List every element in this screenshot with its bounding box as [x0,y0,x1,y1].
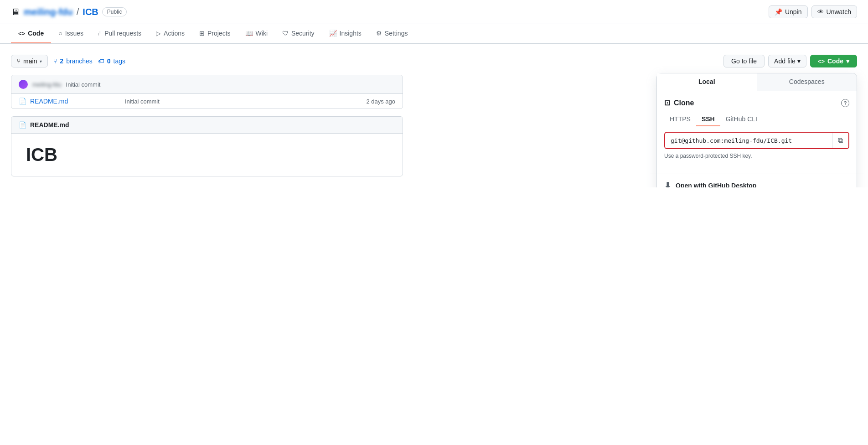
clone-dropdown-tabs: Local Codespaces [657,73,857,91]
tab-issues[interactable]: ○ Issues [51,24,91,43]
visibility-badge: Public [102,7,127,16]
tab-security[interactable]: 🛡 Security [275,24,322,43]
open-desktop-action[interactable]: ⬇ Open with GitHub Desktop [657,174,857,187]
repo-icon: 🖥 [11,7,20,17]
help-icon[interactable]: ? [841,99,849,107]
file-actions: Go to file Add file ▾ <> Code ▾ [723,55,857,67]
tab-pull-requests[interactable]: ⑃ Pull requests [91,24,149,43]
clone-tab-local[interactable]: Local [657,73,757,91]
chevron-down-icon: ▾ [797,57,801,65]
branch-name: main [23,57,37,65]
readme-section: 📄 README.md ICB [11,116,403,176]
readme-body: ICB [11,134,403,176]
clone-hint: Use a password-protected SSH key. [664,153,849,159]
pull-requests-icon: ⑃ [98,30,102,37]
repo-name[interactable]: ICB [83,7,98,17]
go-to-file-button[interactable]: Go to file [723,55,765,67]
repo-title: 🖥 meiling-fdu / ICB Public [11,7,127,17]
clone-sub-tab-ssh[interactable]: SSH [696,113,720,126]
readme-icon: 📄 [19,121,26,129]
pin-icon: 📌 [775,8,782,16]
eye-icon: 👁 [817,8,824,16]
clone-sub-tab-https[interactable]: HTTPS [664,113,696,126]
clone-sub-tabs: HTTPS SSH GitHub CLI [664,113,849,126]
insights-icon: 📈 [329,30,337,37]
git-branch-icon: ⑂ [53,57,57,65]
copy-icon: ⧉ [838,136,843,144]
repo-owner[interactable]: meiling-fdu [24,7,73,17]
repo-separator: / [77,7,79,17]
chevron-down-icon: ▾ [40,59,42,64]
clone-sub-tab-cli[interactable]: GitHub CLI [720,113,763,126]
security-icon: 🛡 [282,30,289,37]
nav-tabs: <> Code ○ Issues ⑃ Pull requests ▷ Actio… [0,24,868,44]
actions-icon: ▷ [156,30,161,37]
tab-actions[interactable]: ▷ Actions [149,24,192,43]
desktop-icon: ⬇ [664,181,671,187]
wiki-icon: 📖 [245,30,253,37]
clone-section-title: ⊡ Clone ? [664,98,849,107]
tab-code[interactable]: <> Code [11,24,51,43]
branch-icon: ⑂ [17,57,21,65]
add-file-button[interactable]: Add file ▾ [768,55,806,67]
file-icon: 📄 [19,98,26,105]
code-icon: <> [818,58,825,65]
file-table: meiling-fdu Initial commit 📄 README.md I… [11,75,403,109]
code-icon: <> [18,30,25,37]
file-time: 2 days ago [366,98,395,105]
branches-link[interactable]: ⑂ 2 branches [53,57,92,65]
tab-projects[interactable]: ⊞ Projects [192,24,238,43]
readme-header: 📄 README.md [11,117,403,134]
clone-dropdown: Local Codespaces ⊡ Clone ? HTTPS SSH Git… [656,73,857,187]
issues-icon: ○ [58,30,62,37]
commit-row: meiling-fdu Initial commit [11,75,403,94]
branch-bar: ⑂ main ▾ ⑂ 2 branches 🏷 0 tags Go to fil… [11,55,857,67]
table-row: 📄 README.md Initial commit 2 days ago [11,94,403,109]
tab-insights[interactable]: 📈 Insights [322,24,369,43]
readme-title: ICB [26,145,388,165]
unpin-button[interactable]: 📌 Unpin [769,5,808,18]
repo-header: 🖥 meiling-fdu / ICB Public 📌 Unpin 👁 Unw… [0,0,868,24]
clone-body: ⊡ Clone ? HTTPS SSH GitHub CLI ⧉ Use a p… [657,91,857,174]
clone-copy-button[interactable]: ⧉ [832,133,848,148]
unwatch-button[interactable]: 👁 Unwatch [811,5,857,18]
readme-filename: README.md [30,121,69,129]
file-commit-msg: Initial commit [125,98,362,105]
tag-icon: 🏷 [98,57,104,65]
avatar [19,80,28,89]
settings-icon: ⚙ [376,30,382,37]
tab-settings[interactable]: ⚙ Settings [369,24,415,43]
commit-message: Initial commit [66,81,101,88]
file-name[interactable]: README.md [30,98,121,105]
terminal-icon: ⊡ [664,98,670,107]
tags-link[interactable]: 🏷 0 tags [98,57,125,65]
projects-icon: ⊞ [199,30,205,37]
main-content: ⑂ main ▾ ⑂ 2 branches 🏷 0 tags Go to fil… [0,44,868,187]
clone-tab-codespaces[interactable]: Codespaces [757,73,857,91]
code-button[interactable]: <> Code ▾ [810,55,857,67]
clone-url-input[interactable] [665,134,832,148]
clone-url-row: ⧉ [664,132,849,149]
tab-wiki[interactable]: 📖 Wiki [238,24,275,43]
branch-selector[interactable]: ⑂ main ▾ [11,55,48,67]
commit-username[interactable]: meiling-fdu [32,81,62,88]
header-actions: 📌 Unpin 👁 Unwatch [769,5,857,18]
chevron-down-icon: ▾ [846,57,849,65]
